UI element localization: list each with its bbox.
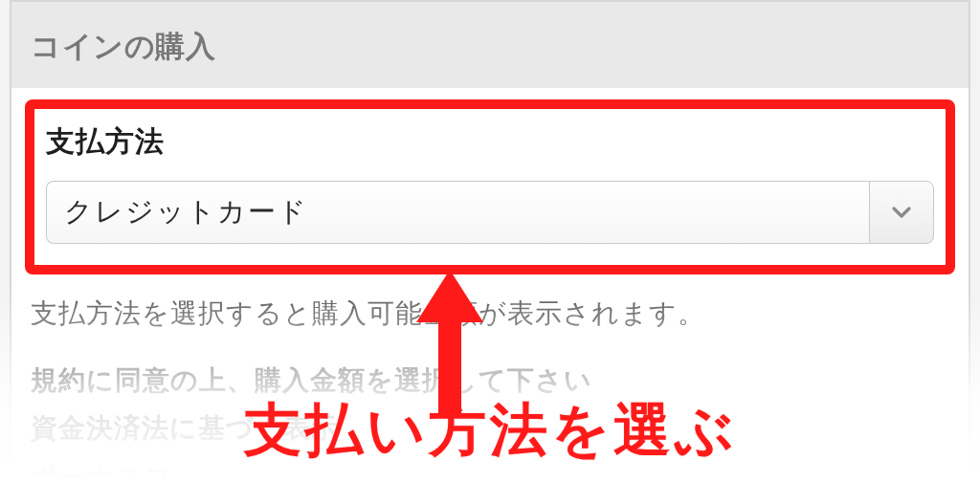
payment-card: 支払方法 クレジットカード 支払方法を選択すると購入可能金額が表示されます。 規… bbox=[10, 88, 970, 482]
chevron-down-icon bbox=[890, 201, 913, 224]
payment-info-text: 支払方法を選択すると購入可能金額が表示されます。 bbox=[31, 296, 949, 332]
bonus-text: ボーナスコ bbox=[31, 462, 173, 482]
annotation-highlight-box: 支払方法 クレジットカード bbox=[25, 99, 955, 274]
payment-method-select-value[interactable]: クレジットカード bbox=[46, 181, 869, 244]
terms-text: に同意の上、購入金額を選択して下さい bbox=[86, 365, 592, 395]
terms-link[interactable]: 規約 bbox=[31, 365, 86, 395]
law-link[interactable]: 資金決済法に基づく表示 bbox=[31, 413, 339, 443]
payment-method-label: 支払方法 bbox=[46, 122, 934, 162]
payment-method-select[interactable]: クレジットカード bbox=[46, 181, 934, 244]
terms-notice: 規約に同意の上、購入金額を選択して下さい 資金決済法に基づく表示 ボーナスコ bbox=[31, 357, 949, 482]
section-title: コインの購入 bbox=[10, 0, 970, 88]
payment-method-select-toggle[interactable] bbox=[869, 181, 934, 244]
